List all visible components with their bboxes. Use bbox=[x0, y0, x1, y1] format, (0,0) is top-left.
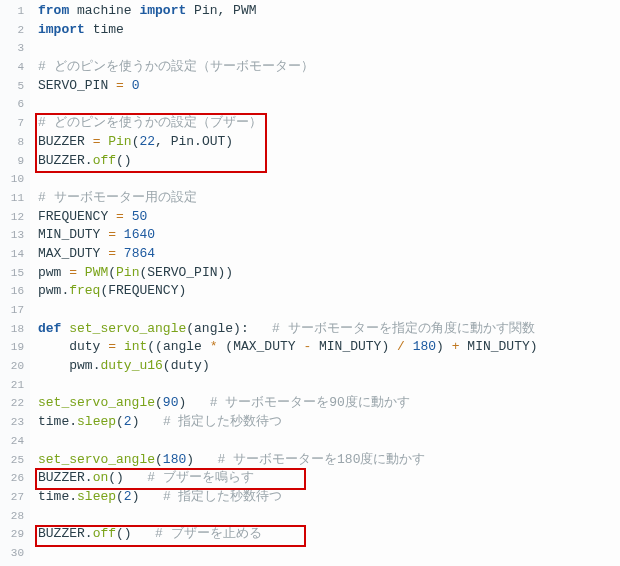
token-id: time bbox=[93, 22, 124, 37]
code-line[interactable] bbox=[38, 544, 620, 563]
token-sp bbox=[139, 489, 162, 504]
code-line[interactable]: BUZZER.on() # ブザーを鳴らす bbox=[38, 469, 620, 488]
token-id: Pin bbox=[194, 3, 217, 18]
line-number: 18 bbox=[0, 320, 30, 339]
token-fn: off bbox=[93, 153, 116, 168]
code-line[interactable] bbox=[38, 170, 620, 189]
code-line[interactable]: set_servo_angle(90) # サーボモーターを90度に動かす bbox=[38, 394, 620, 413]
token-sp bbox=[116, 339, 124, 354]
code-line[interactable] bbox=[38, 376, 620, 395]
code-line[interactable]: SERVO_PIN = 0 bbox=[38, 77, 620, 96]
token-punc: )) bbox=[218, 265, 234, 280]
token-punc: . bbox=[85, 153, 93, 168]
token-id: PWM bbox=[233, 3, 256, 18]
token-fn: on bbox=[93, 470, 109, 485]
token-id: BUZZER bbox=[38, 526, 85, 541]
token-op: = bbox=[116, 78, 124, 93]
token-id: SERVO_PIN bbox=[38, 78, 108, 93]
token-sp bbox=[124, 470, 147, 485]
line-number: 28 bbox=[0, 507, 30, 526]
token-punc: . bbox=[69, 414, 77, 429]
code-line[interactable]: pwm.freq(FREQUENCY) bbox=[38, 282, 620, 301]
token-num: 1640 bbox=[124, 227, 155, 242]
code-line[interactable]: from machine import Pin, PWM bbox=[38, 2, 620, 21]
code-line[interactable]: MAX_DUTY = 7864 bbox=[38, 245, 620, 264]
line-number: 20 bbox=[0, 357, 30, 376]
token-sp bbox=[124, 78, 132, 93]
line-number: 5 bbox=[0, 77, 30, 96]
token-id: time bbox=[38, 489, 69, 504]
token-sp bbox=[405, 339, 413, 354]
token-sp bbox=[139, 414, 162, 429]
token-punc: ( bbox=[116, 489, 124, 504]
line-number: 21 bbox=[0, 376, 30, 395]
line-number: 4 bbox=[0, 58, 30, 77]
code-line[interactable]: set_servo_angle(180) # サーボモーターを180度に動かす bbox=[38, 451, 620, 470]
token-id: BUZZER bbox=[38, 153, 85, 168]
token-cmt: # どのピンを使うかの設定（ブザー） bbox=[38, 115, 262, 130]
line-number: 25 bbox=[0, 451, 30, 470]
code-line[interactable]: duty = int((angle * (MAX_DUTY - MIN_DUTY… bbox=[38, 338, 620, 357]
line-number: 7 bbox=[0, 114, 30, 133]
line-number: 29 bbox=[0, 525, 30, 544]
line-number: 9 bbox=[0, 152, 30, 171]
token-id: FREQUENCY bbox=[108, 283, 178, 298]
token-sp bbox=[38, 358, 69, 373]
code-line[interactable]: time.sleep(2) # 指定した秒数待つ bbox=[38, 413, 620, 432]
code-line[interactable]: MIN_DUTY = 1640 bbox=[38, 226, 620, 245]
code-line[interactable] bbox=[38, 432, 620, 451]
token-def: def bbox=[38, 321, 61, 336]
code-line[interactable]: BUZZER.off() # ブザーを止める bbox=[38, 525, 620, 544]
code-line[interactable]: FREQUENCY = 50 bbox=[38, 208, 620, 227]
token-sp bbox=[186, 3, 194, 18]
code-line[interactable]: # どのピンを使うかの設定（サーボモーター） bbox=[38, 58, 620, 77]
token-id: Pin bbox=[171, 134, 194, 149]
token-punc: ) bbox=[225, 134, 233, 149]
code-line[interactable]: pwm = PWM(Pin(SERVO_PIN)) bbox=[38, 264, 620, 283]
token-builtin: Pin bbox=[116, 265, 139, 280]
code-line[interactable] bbox=[38, 301, 620, 320]
line-number: 1 bbox=[0, 2, 30, 21]
token-num: 180 bbox=[413, 339, 436, 354]
token-punc: . bbox=[85, 526, 93, 541]
token-id: MAX_DUTY bbox=[38, 246, 100, 261]
token-fn: off bbox=[93, 526, 116, 541]
token-punc: () bbox=[116, 526, 132, 541]
code-line[interactable]: time.sleep(2) # 指定した秒数待つ bbox=[38, 488, 620, 507]
token-punc: ( bbox=[155, 452, 163, 467]
token-fn: set_servo_angle bbox=[38, 395, 155, 410]
code-editor[interactable]: 1234567891011121314151617181920212223242… bbox=[0, 0, 620, 566]
line-number: 17 bbox=[0, 301, 30, 320]
token-builtin: PWM bbox=[85, 265, 108, 280]
token-num: 2 bbox=[124, 489, 132, 504]
code-line[interactable]: # どのピンを使うかの設定（ブザー） bbox=[38, 114, 620, 133]
token-sp bbox=[186, 395, 209, 410]
code-line[interactable]: def set_servo_angle(angle): # サーボモーターを指定… bbox=[38, 320, 620, 339]
token-num: 90 bbox=[163, 395, 179, 410]
token-id: BUZZER bbox=[38, 134, 85, 149]
token-fn: duty_u16 bbox=[100, 358, 162, 373]
code-line[interactable]: pwm.duty_u16(duty) bbox=[38, 357, 620, 376]
code-line[interactable] bbox=[38, 39, 620, 58]
token-punc: ) bbox=[436, 339, 444, 354]
token-punc: () bbox=[116, 153, 132, 168]
token-num: 7864 bbox=[124, 246, 155, 261]
token-punc: ( bbox=[225, 339, 233, 354]
code-area[interactable]: from machine import Pin, PWMimport time#… bbox=[30, 0, 620, 566]
code-line[interactable]: import time bbox=[38, 21, 620, 40]
code-line[interactable]: # サーボモーター用の設定 bbox=[38, 189, 620, 208]
token-id: duty bbox=[171, 358, 202, 373]
token-punc: ( bbox=[108, 265, 116, 280]
code-line[interactable]: BUZZER.off() bbox=[38, 152, 620, 171]
code-line[interactable] bbox=[38, 507, 620, 526]
token-sp bbox=[444, 339, 452, 354]
line-number: 3 bbox=[0, 39, 30, 58]
token-op: + bbox=[452, 339, 460, 354]
line-number: 30 bbox=[0, 544, 30, 563]
code-line[interactable] bbox=[38, 95, 620, 114]
code-line[interactable]: BUZZER = Pin(22, Pin.OUT) bbox=[38, 133, 620, 152]
token-id: MAX_DUTY bbox=[233, 339, 295, 354]
token-cmt: # ブザーを止める bbox=[155, 526, 262, 541]
token-sp bbox=[311, 339, 319, 354]
token-cmt: # 指定した秒数待つ bbox=[163, 489, 283, 504]
